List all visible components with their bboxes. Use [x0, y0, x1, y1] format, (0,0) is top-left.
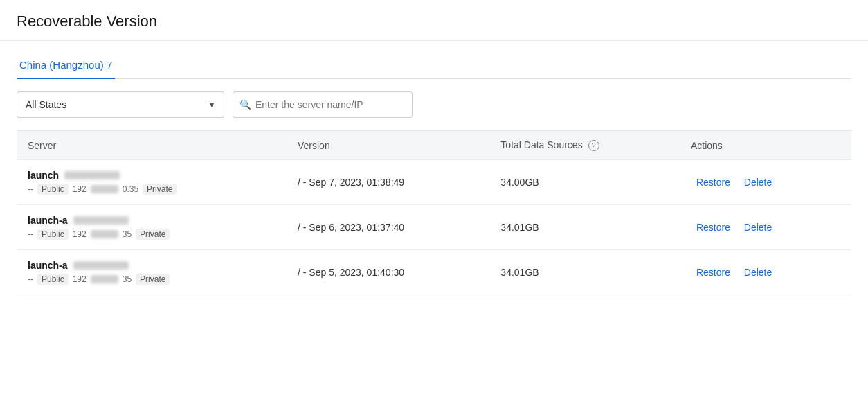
states-select[interactable]: All States	[17, 91, 224, 118]
server-dash: --	[28, 184, 33, 194]
server-ip-suffix: 0.35	[123, 184, 138, 194]
server-name: launch-a	[28, 215, 68, 226]
server-ip-prefix: 192	[73, 229, 87, 239]
col-version: Version	[287, 131, 489, 160]
server-ip-middle-blurred	[91, 230, 118, 238]
server-ip-suffix: 35	[123, 274, 132, 284]
server-public-tag: Public	[37, 229, 69, 240]
total-data-sources-cell: 34.01GB	[489, 250, 680, 295]
col-actions: Actions	[680, 131, 851, 160]
restore-button[interactable]: Restore	[691, 177, 736, 188]
search-input[interactable]	[233, 91, 413, 118]
server-dash: --	[28, 229, 33, 239]
server-ip-suffix: 35	[123, 229, 132, 239]
states-dropdown-wrapper: All States ▼	[17, 91, 224, 118]
recoverable-versions-table: Server Version Total Data Sources ? Acti…	[17, 130, 851, 295]
server-ip-prefix: 192	[73, 274, 87, 284]
server-cell: launch-a -- Public 192 35 Private	[17, 205, 287, 250]
version-value: / - Sep 5, 2023, 01:40:30	[298, 267, 404, 278]
main-content: China (Hangzhou) 7 All States ▼ 🔍 Server…	[0, 52, 868, 295]
help-icon[interactable]: ?	[588, 140, 599, 151]
server-ip-blurred	[64, 171, 120, 179]
server-ip-prefix: 192	[73, 184, 87, 194]
total-data-sources-cell: 34.01GB	[489, 205, 680, 250]
table-row: launch-a -- Public 192 35 Private / - Se…	[17, 250, 851, 295]
server-cell: launch-a -- Public 192 35 Private	[17, 250, 287, 295]
data-sources-value: 34.01GB	[500, 267, 539, 278]
server-cell: launch -- Public 192 0.35 Private	[17, 160, 287, 205]
table-row: launch-a -- Public 192 35 Private / - Se…	[17, 205, 851, 250]
server-ip-blurred	[73, 216, 129, 225]
tab-label: China (Hangzhou) 7	[19, 59, 112, 71]
server-public-tag: Public	[37, 184, 69, 195]
server-name: launch-a	[28, 260, 68, 271]
filter-bar: All States ▼ 🔍	[17, 91, 851, 128]
server-public-tag: Public	[37, 274, 69, 285]
col-total-data-sources: Total Data Sources ?	[489, 131, 680, 160]
server-meta: -- Public 192 35 Private	[28, 274, 275, 285]
server-ip-middle-blurred	[91, 275, 118, 283]
tab-china-hangzhou[interactable]: China (Hangzhou) 7	[17, 52, 115, 79]
search-icon: 🔍	[239, 99, 251, 110]
actions-cell: Restore Delete	[680, 205, 851, 250]
server-name: launch	[28, 170, 59, 181]
server-ip-blurred	[73, 261, 129, 270]
server-private-tag: Private	[143, 184, 177, 195]
server-private-tag: Private	[136, 274, 170, 285]
delete-button[interactable]: Delete	[739, 177, 777, 188]
server-dash: --	[28, 274, 33, 284]
delete-button[interactable]: Delete	[739, 222, 777, 233]
restore-button[interactable]: Restore	[691, 222, 736, 233]
version-value: / - Sep 7, 2023, 01:38:49	[298, 177, 404, 188]
page-header: Recoverable Version	[0, 0, 868, 41]
restore-button[interactable]: Restore	[691, 267, 736, 278]
col-server: Server	[17, 131, 287, 160]
server-meta: -- Public 192 35 Private	[28, 229, 275, 240]
version-cell: / - Sep 6, 2023, 01:37:40	[287, 205, 489, 250]
version-cell: / - Sep 5, 2023, 01:40:30	[287, 250, 489, 295]
actions-cell: Restore Delete	[680, 160, 851, 205]
tab-bar: China (Hangzhou) 7	[17, 52, 851, 79]
data-sources-value: 34.00GB	[500, 177, 539, 188]
server-private-tag: Private	[136, 229, 170, 240]
server-meta: -- Public 192 0.35 Private	[28, 184, 275, 195]
delete-button[interactable]: Delete	[739, 267, 777, 278]
version-value: / - Sep 6, 2023, 01:37:40	[298, 222, 404, 233]
data-sources-value: 34.01GB	[500, 222, 539, 233]
table-row: launch -- Public 192 0.35 Private / - Se…	[17, 160, 851, 205]
actions-cell: Restore Delete	[680, 250, 851, 295]
total-data-sources-cell: 34.00GB	[489, 160, 680, 205]
table-header-row: Server Version Total Data Sources ? Acti…	[17, 131, 851, 160]
server-ip-middle-blurred	[91, 185, 118, 193]
search-wrapper: 🔍	[233, 91, 413, 118]
version-cell: / - Sep 7, 2023, 01:38:49	[287, 160, 489, 205]
page-title: Recoverable Version	[17, 12, 851, 30]
